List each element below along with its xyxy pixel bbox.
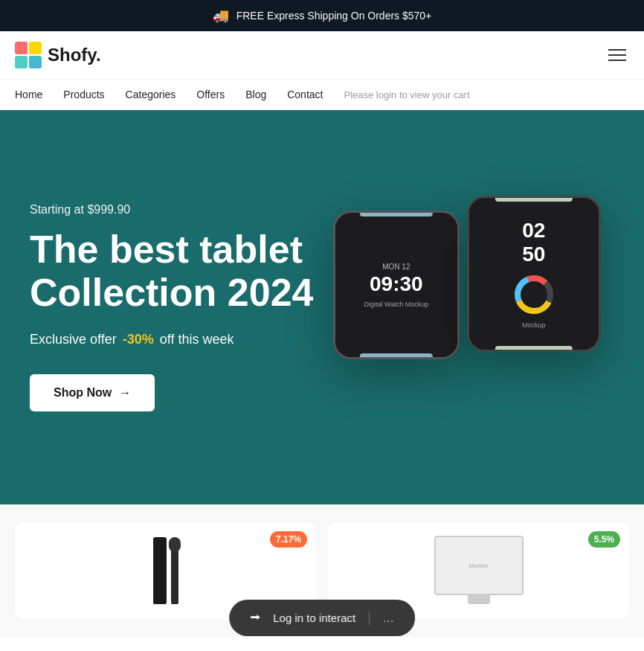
watch-left-band-top (360, 211, 433, 217)
nav-products[interactable]: Products (63, 89, 104, 100)
watch-left-screen: MON 12 09:30 Digital Watch Mockup (335, 213, 457, 357)
badge-1: 7.17% (270, 531, 307, 548)
offer-discount: -30% (123, 332, 154, 347)
offer-prefix: Exclusive offer (30, 332, 117, 347)
main-nav: Home Products Categories Offers Blog Con… (0, 80, 644, 110)
watch-left-date: MON 12 (382, 263, 410, 271)
monitor-stand (468, 595, 490, 604)
svg-rect-2 (15, 56, 28, 68)
watch-left-band-bottom (360, 353, 433, 359)
login-overlay[interactable]: ⮕ Log in to interact | ... (229, 600, 415, 636)
nav-offers[interactable]: Offers (196, 89, 225, 100)
mascara-wand (171, 545, 178, 604)
hero-title-line2: Collection 2024 (30, 271, 313, 314)
watch-right-band-bottom (495, 346, 573, 352)
badge-2: 5.5% (588, 531, 620, 548)
hero-offer: Exclusive offer -30% off this week (30, 332, 313, 347)
watch-right-time2: 50 (522, 243, 545, 266)
shop-now-label: Shop Now (54, 386, 112, 400)
truck-icon: 🚚 (213, 7, 229, 24)
mascara-bottle (153, 537, 167, 604)
nav-contact[interactable]: Contact (287, 89, 323, 100)
watch-right-time1: 02 (522, 219, 545, 243)
logo-icon (15, 42, 42, 68)
logo-text: Shofy. (48, 45, 101, 65)
watch-left-label: Digital Watch Mockup (364, 301, 428, 308)
hero-image: MON 12 09:30 Digital Watch Mockup 02 50 (290, 110, 644, 504)
banner-text: FREE Express Shipping On Orders $570+ (236, 10, 432, 22)
header: Shofy. (0, 31, 644, 80)
watch-right-screen: 02 50 Mockup (469, 198, 599, 350)
nav-blog[interactable]: Blog (245, 89, 266, 100)
hero-content: Starting at $999.90 The best tablet Coll… (30, 203, 313, 411)
mascara-visual (153, 530, 178, 604)
login-arrow-icon: ⮕ (250, 612, 261, 624)
watch-right-label: Mockup (522, 321, 546, 329)
svg-rect-0 (15, 42, 28, 54)
hero-title-line1: The best tablet (30, 228, 303, 271)
login-text: Log in to interact (273, 612, 355, 624)
svg-rect-3 (29, 56, 42, 68)
login-divider: | (367, 610, 371, 626)
watches-container: MON 12 09:30 Digital Watch Mockup 02 50 (318, 151, 616, 464)
shop-now-button[interactable]: Shop Now → (30, 374, 155, 411)
hero-title: The best tablet Collection 2024 (30, 228, 313, 313)
watch-right-band-top (495, 196, 573, 202)
watch-left: MON 12 09:30 Digital Watch Mockup (333, 211, 460, 359)
svg-rect-1 (29, 42, 42, 54)
logo[interactable]: Shofy. (15, 42, 101, 68)
hero-subtitle: Starting at $999.90 (30, 203, 313, 217)
login-more-icon[interactable]: ... (383, 610, 394, 626)
watch-chart (512, 272, 556, 317)
nav-home[interactable]: Home (15, 89, 42, 100)
arrow-icon: → (119, 386, 131, 400)
hamburger-menu[interactable] (605, 46, 629, 64)
nav-cart[interactable]: Please login to view your cart (344, 89, 469, 100)
watch-right: 02 50 Mockup (467, 196, 601, 352)
top-banner: 🚚 FREE Express Shipping On Orders $570+ (0, 0, 644, 31)
hero-section: Starting at $999.90 The best tablet Coll… (0, 110, 644, 504)
nav-categories[interactable]: Categories (126, 89, 176, 100)
offer-suffix: off this week (160, 332, 234, 347)
monitor-visual: Monitor (434, 536, 524, 604)
watch-left-time: 09:30 (370, 272, 423, 296)
mascara-brush (169, 537, 181, 552)
monitor-screen: Monitor (434, 536, 524, 595)
